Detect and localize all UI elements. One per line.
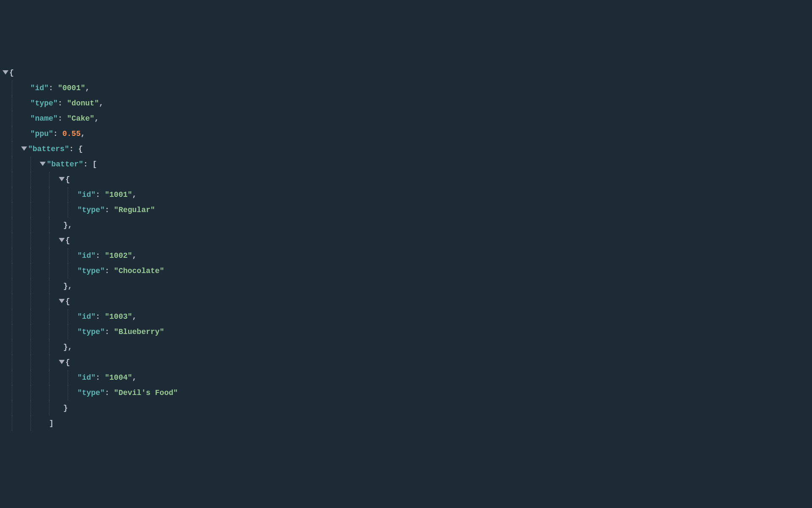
- json-string: "Blueberry": [114, 328, 164, 336]
- json-punct: :: [96, 190, 100, 199]
- json-punct: :: [83, 160, 88, 168]
- json-punct: {: [66, 175, 70, 184]
- json-key-value: "id": "1001",: [3, 187, 809, 202]
- json-key-value: "id": "1003",: [3, 309, 809, 324]
- json-key-value: "name": "Cake",: [3, 111, 809, 126]
- json-punct: }: [63, 282, 68, 290]
- json-key-value: "type": "Blueberry": [3, 324, 809, 340]
- json-punct: :: [69, 145, 74, 153]
- json-punct: :: [105, 206, 110, 214]
- json-close: }: [3, 400, 809, 416]
- json-punct: ]: [49, 419, 54, 428]
- json-key-value: "id": "0001",: [3, 80, 809, 96]
- json-punct: :: [105, 328, 110, 336]
- json-key: "id": [77, 312, 96, 321]
- json-key-value: "id": "1004",: [3, 370, 809, 385]
- json-key-value: "type": "Chocolate": [3, 263, 809, 279]
- collapse-toggle-icon[interactable]: [59, 360, 65, 364]
- json-punct: :: [58, 99, 63, 108]
- json-node-batter-array[interactable]: "batter": [: [3, 157, 809, 172]
- collapse-toggle-icon[interactable]: [40, 162, 46, 166]
- json-key: "name": [30, 114, 58, 123]
- json-node-array-item[interactable]: {: [3, 294, 809, 309]
- json-punct: {: [66, 358, 70, 367]
- json-string: "donut": [67, 99, 99, 108]
- json-string: "1002": [105, 251, 132, 260]
- json-key: "id": [30, 84, 49, 92]
- json-punct: :: [105, 389, 110, 397]
- json-punct: :: [96, 312, 100, 321]
- json-string: "Chocolate": [114, 267, 164, 275]
- json-punct: {: [66, 297, 70, 306]
- json-punct: :: [105, 267, 110, 275]
- json-node-root[interactable]: {: [3, 65, 809, 80]
- json-punct: ,: [132, 373, 137, 382]
- json-punct: [: [93, 160, 97, 168]
- json-string: "Cake": [67, 114, 94, 123]
- json-key: "batters": [28, 145, 69, 153]
- collapse-toggle-icon[interactable]: [21, 146, 27, 151]
- json-key: "type": [77, 328, 105, 336]
- json-key-value: "type": "Regular": [3, 202, 809, 218]
- json-close: },: [3, 218, 809, 233]
- json-punct: }: [63, 221, 68, 229]
- json-punct: }: [63, 404, 68, 412]
- json-key-value: "type": "donut",: [3, 96, 809, 111]
- json-key: "ppu": [30, 130, 53, 138]
- json-key: "id": [77, 190, 96, 199]
- json-punct: {: [66, 236, 70, 245]
- json-tree-viewer: { "id": "0001", "type": "donut", "name":…: [3, 65, 809, 431]
- json-punct: ,: [132, 312, 137, 321]
- json-punct: }: [63, 343, 68, 351]
- json-punct: ,: [68, 282, 72, 290]
- json-node-batters[interactable]: "batters": {: [3, 141, 809, 157]
- json-string: "Regular": [114, 206, 155, 214]
- json-number: 0.55: [62, 130, 80, 138]
- json-punct: ,: [94, 114, 99, 123]
- json-node-array-item[interactable]: {: [3, 172, 809, 187]
- collapse-toggle-icon[interactable]: [59, 299, 65, 303]
- json-punct: :: [96, 251, 100, 260]
- json-string: "0001": [58, 84, 85, 92]
- json-key: "id": [77, 373, 96, 382]
- json-punct: ,: [85, 84, 90, 92]
- json-punct: ,: [81, 130, 85, 138]
- json-punct: {: [78, 145, 83, 153]
- json-string: "1004": [105, 373, 132, 382]
- json-punct: ,: [68, 343, 72, 351]
- json-string: "1001": [105, 190, 132, 199]
- json-key: "batter": [47, 160, 83, 168]
- json-punct: :: [49, 84, 53, 92]
- json-key: "type": [77, 206, 105, 214]
- json-string: "Devil's Food": [114, 389, 178, 397]
- json-key: "type": [77, 267, 105, 275]
- json-key: "type": [30, 99, 58, 108]
- json-node-array-item[interactable]: {: [3, 233, 809, 248]
- json-punct: ,: [132, 190, 137, 199]
- json-key: "type": [77, 389, 105, 397]
- json-close: },: [3, 279, 809, 294]
- json-key: "id": [77, 251, 96, 260]
- collapse-toggle-icon[interactable]: [59, 238, 65, 242]
- json-punct: ,: [132, 251, 137, 260]
- json-punct: ,: [99, 99, 104, 108]
- json-punct: ,: [68, 221, 72, 229]
- json-punct: :: [58, 114, 63, 123]
- json-key-value: "id": "1002",: [3, 248, 809, 263]
- json-punct: :: [53, 130, 58, 138]
- json-close: ]: [3, 416, 809, 431]
- collapse-toggle-icon[interactable]: [59, 177, 65, 181]
- json-punct: {: [9, 69, 14, 77]
- json-key-value: "type": "Devil's Food": [3, 385, 809, 400]
- json-close: },: [3, 340, 809, 355]
- json-node-array-item[interactable]: {: [3, 355, 809, 370]
- json-string: "1003": [105, 312, 132, 321]
- json-key-value: "ppu": 0.55,: [3, 126, 809, 141]
- collapse-toggle-icon[interactable]: [3, 70, 8, 75]
- json-punct: :: [96, 373, 100, 382]
